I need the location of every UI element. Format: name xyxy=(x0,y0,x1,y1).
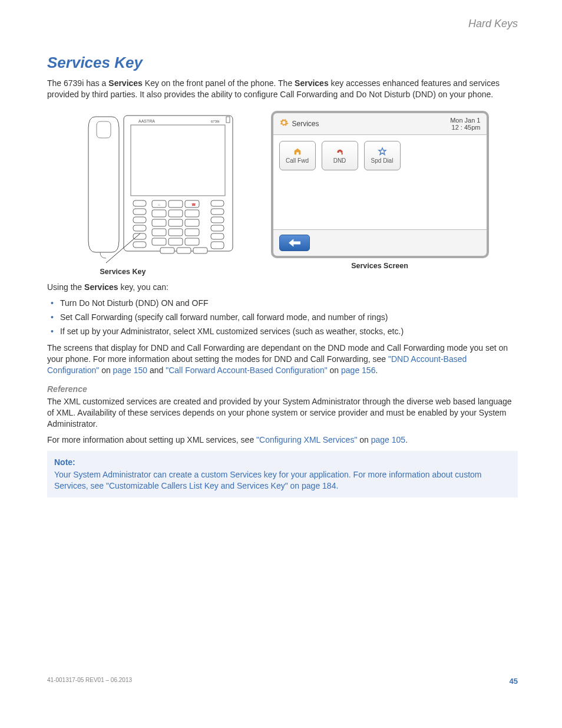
svg-rect-28 xyxy=(168,229,183,236)
svg-text:☎: ☎ xyxy=(191,203,196,206)
services-screen: Services Mon Jan 1 12 : 45pm Call Fwd DN… xyxy=(271,111,489,258)
text: key, you can: xyxy=(118,282,168,292)
reference-p2: For more information about setting up XM… xyxy=(47,434,518,446)
page-150-link[interactable]: page 150 xyxy=(113,365,147,375)
screen-caption: Services Screen xyxy=(271,262,489,270)
text: . xyxy=(336,481,338,490)
svg-rect-16 xyxy=(211,233,224,239)
svg-rect-35 xyxy=(193,248,207,253)
list-item: If set up by your Administrator, select … xyxy=(47,326,518,337)
note-box: Note: Your System Administrator can crea… xyxy=(47,451,518,498)
page-184-link[interactable]: page 184 xyxy=(302,481,336,490)
arrow-left-icon xyxy=(289,239,300,247)
screen-datetime: Mon Jan 1 12 : 45pm xyxy=(450,117,480,131)
text: . xyxy=(405,435,408,444)
svg-rect-17 xyxy=(211,242,224,249)
svg-rect-11 xyxy=(133,242,146,248)
svg-rect-27 xyxy=(152,229,166,236)
page-number: 45 xyxy=(510,677,518,686)
svg-rect-34 xyxy=(177,248,191,253)
svg-rect-5 xyxy=(97,121,111,138)
text: For more information about setting up XM… xyxy=(47,435,256,444)
svg-rect-21 xyxy=(152,210,166,217)
svc-label: Spd Dial xyxy=(371,157,394,164)
page-156-link[interactable]: page 156 xyxy=(341,365,375,375)
figure-row: AASTRA 6739i xyxy=(47,111,518,276)
svg-rect-15 xyxy=(211,225,224,231)
gear-icon xyxy=(279,118,289,129)
text: on xyxy=(357,435,371,444)
page-105-link[interactable]: page 105 xyxy=(371,435,405,444)
svg-rect-14 xyxy=(211,217,224,223)
svg-rect-39 xyxy=(296,153,299,155)
svg-rect-31 xyxy=(168,238,183,245)
list-item: Turn Do Not Disturb (DND) ON and OFF xyxy=(47,298,518,308)
back-button[interactable] xyxy=(279,235,310,251)
svg-rect-32 xyxy=(185,238,199,245)
svg-rect-4 xyxy=(226,117,230,123)
custom-key-link[interactable]: "Customizable Callers List Key and Servi… xyxy=(106,481,288,490)
text: on xyxy=(288,481,302,490)
text-bold: Services xyxy=(84,282,118,292)
feature-list: Turn Do Not Disturb (DND) ON and OFF Set… xyxy=(47,298,518,337)
phone-caption: Services Key xyxy=(100,268,253,276)
text: and xyxy=(147,365,166,375)
screen-time: 12 : 45pm xyxy=(452,124,481,131)
screen-header: Services Mon Jan 1 12 : 45pm xyxy=(273,113,487,134)
svg-rect-22 xyxy=(168,210,183,217)
footer-docid: 41-001317-05 REV01 – 06.2013 xyxy=(47,677,132,686)
text: Key on the front panel of the phone. The xyxy=(143,78,295,88)
cf-config-link[interactable]: "Call Forward Account-Based Configuratio… xyxy=(166,365,328,375)
dnd-button[interactable]: DND xyxy=(322,141,358,170)
svg-rect-6 xyxy=(133,200,146,206)
intro-paragraph: The 6739i has a Services Key on the fron… xyxy=(47,78,518,100)
reference-heading: Reference xyxy=(47,384,518,394)
svg-rect-13 xyxy=(211,209,224,215)
svg-text:⌂: ⌂ xyxy=(158,203,160,206)
reference-p1: The XML customized services are created … xyxy=(47,396,518,430)
svg-rect-19 xyxy=(168,200,183,207)
svc-label: DND xyxy=(333,157,346,164)
text: on xyxy=(328,365,341,375)
svg-rect-7 xyxy=(133,209,146,215)
dnd-icon xyxy=(335,147,345,156)
svg-rect-25 xyxy=(168,219,183,226)
page-footer: 41-001317-05 REV01 – 06.2013 45 xyxy=(47,677,518,686)
text: on xyxy=(99,365,113,375)
svg-rect-26 xyxy=(185,219,199,226)
using-intro: Using the Services key, you can: xyxy=(47,282,518,293)
svc-label: Call Fwd xyxy=(286,157,309,164)
text: The 6739i has a xyxy=(47,78,108,88)
svg-rect-23 xyxy=(185,210,199,217)
call-fwd-button[interactable]: Call Fwd xyxy=(279,141,316,170)
screen-body: Call Fwd DND Spd Dial xyxy=(273,134,487,230)
text-bold: Services xyxy=(295,78,329,88)
text: . xyxy=(375,365,378,375)
svg-rect-12 xyxy=(211,200,224,206)
list-item: Set Call Forwarding (specify call forwar… xyxy=(47,312,518,322)
running-head: Hard Keys xyxy=(47,18,518,30)
text-bold: Services xyxy=(108,78,143,88)
svg-text:AASTRA: AASTRA xyxy=(138,119,155,123)
spd-dial-button[interactable]: Spd Dial xyxy=(364,141,401,170)
svg-rect-33 xyxy=(160,248,174,253)
screen-date: Mon Jan 1 xyxy=(450,117,480,124)
svg-rect-29 xyxy=(185,229,199,236)
xml-services-link[interactable]: "Configuring XML Services" xyxy=(256,435,357,444)
svg-text:6739i: 6739i xyxy=(211,120,220,123)
screen-title: Services xyxy=(292,120,319,128)
text: Using the xyxy=(47,282,84,292)
phone-illustration: AASTRA 6739i xyxy=(82,111,247,264)
screen-footer xyxy=(273,230,487,256)
call-fwd-icon xyxy=(292,147,303,156)
note-label: Note: xyxy=(54,457,511,468)
svg-rect-9 xyxy=(133,225,146,231)
svg-rect-24 xyxy=(152,219,166,226)
svg-rect-8 xyxy=(133,217,146,223)
section-title: Services Key xyxy=(47,54,518,72)
after-bullets-paragraph: The screens that display for DND and Cal… xyxy=(47,342,518,376)
svg-rect-30 xyxy=(152,238,166,245)
star-icon xyxy=(377,147,388,156)
screen-figure: Services Mon Jan 1 12 : 45pm Call Fwd DN… xyxy=(271,111,489,270)
phone-figure: AASTRA 6739i xyxy=(77,111,253,276)
